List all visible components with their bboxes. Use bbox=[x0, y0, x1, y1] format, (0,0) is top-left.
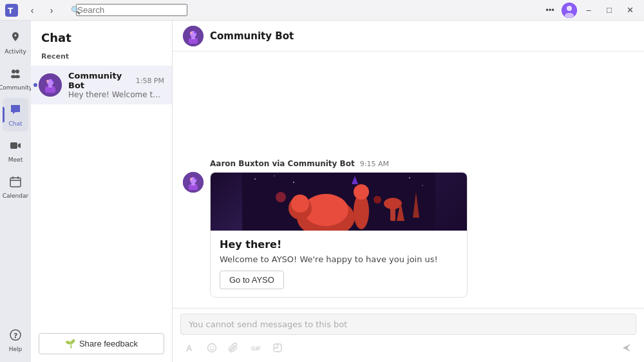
svg-point-38 bbox=[409, 177, 410, 178]
chat-item-preview: Hey there! Welcome to AYSO... bbox=[68, 90, 164, 99]
app-body: Activity Community Chat bbox=[0, 21, 644, 362]
svg-point-18 bbox=[46, 80, 49, 82]
svg-point-5 bbox=[12, 70, 15, 73]
svg-point-6 bbox=[15, 70, 19, 73]
titlebar-nav: ‹ › bbox=[23, 3, 61, 18]
svg-point-37 bbox=[293, 182, 294, 183]
svg-point-3 bbox=[567, 6, 572, 11]
card-image bbox=[211, 173, 467, 231]
main-chat-title: Community Bot bbox=[210, 30, 294, 42]
nav-back-button[interactable]: ‹ bbox=[23, 3, 41, 18]
svg-point-54 bbox=[208, 344, 216, 352]
card-heading: Hey there! bbox=[220, 238, 458, 251]
search-input[interactable] bbox=[76, 4, 187, 16]
community-icon bbox=[9, 67, 22, 82]
meet-icon bbox=[9, 139, 22, 155]
attach-icon bbox=[229, 343, 239, 353]
nav-forward-button[interactable]: › bbox=[43, 3, 61, 18]
more-options-button[interactable]: ••• bbox=[541, 3, 559, 18]
svg-text:A: A bbox=[186, 343, 193, 353]
share-feedback-button[interactable]: 🌱 Share feedback bbox=[39, 333, 164, 354]
svg-rect-33 bbox=[191, 183, 195, 186]
close-button[interactable]: ✕ bbox=[621, 3, 639, 18]
messages-area: Aaron Buxton via Community Bot 9:15 AM bbox=[173, 52, 644, 308]
svg-point-45 bbox=[291, 195, 309, 213]
go-to-ayso-button[interactable]: Go to AYSO bbox=[220, 271, 284, 289]
feedback-icon: 🌱 bbox=[65, 339, 75, 348]
gif-icon: GIF bbox=[251, 343, 261, 353]
sidebar-item-help-label: Help bbox=[9, 346, 23, 352]
sidebar-item-meet-label: Meet bbox=[8, 157, 23, 163]
svg-text:GIF: GIF bbox=[251, 345, 261, 352]
message-group: Aaron Buxton via Community Bot 9:15 AM bbox=[183, 159, 634, 298]
active-indicator bbox=[3, 107, 5, 122]
svg-point-39 bbox=[422, 185, 423, 186]
svg-rect-27 bbox=[191, 37, 195, 39]
gif-button[interactable]: GIF bbox=[246, 339, 265, 357]
svg-point-19 bbox=[52, 80, 54, 82]
svg-text:?: ? bbox=[14, 332, 17, 340]
message-card: Hey there! Welcome to AYSO! We're happy … bbox=[210, 172, 468, 298]
titlebar: T ‹ › 🔍 ••• – □ ✕ bbox=[0, 0, 644, 21]
emoji-icon bbox=[207, 343, 217, 353]
help-icon: ? bbox=[9, 329, 22, 344]
chat-item-name: Community Bot bbox=[68, 71, 136, 90]
message-content: Aaron Buxton via Community Bot 9:15 AM bbox=[210, 159, 468, 298]
activity-icon bbox=[9, 31, 22, 46]
svg-point-55 bbox=[210, 347, 211, 348]
sticker-button[interactable] bbox=[268, 339, 287, 357]
sidebar-item-chat[interactable]: Chat bbox=[3, 98, 28, 131]
send-button[interactable] bbox=[617, 339, 636, 357]
svg-point-36 bbox=[274, 175, 275, 176]
svg-point-56 bbox=[213, 347, 214, 348]
sidebar-item-activity[interactable]: Activity bbox=[3, 26, 28, 59]
search-wrapper: 🔍 bbox=[66, 4, 198, 16]
chat-item-info: Community Bot 1:58 PM Hey there! Welcome… bbox=[68, 71, 164, 99]
main-chat-header: Community Bot bbox=[173, 21, 644, 52]
svg-point-51 bbox=[374, 196, 381, 204]
svg-rect-9 bbox=[10, 142, 17, 149]
chat-list: Community Bot 1:58 PM Hey there! Welcome… bbox=[31, 66, 172, 328]
sidebar-item-calendar[interactable]: Calendar bbox=[3, 170, 28, 204]
format-text-button[interactable]: A bbox=[180, 339, 200, 357]
main-chat: Community Bot Aaron Buxton via C bbox=[173, 21, 644, 362]
send-icon bbox=[621, 343, 632, 353]
sidebar-item-activity-label: Activity bbox=[5, 48, 26, 55]
teams-logo-icon: T bbox=[5, 4, 18, 17]
message-avatar bbox=[183, 172, 204, 193]
minimize-button[interactable]: – bbox=[580, 3, 598, 18]
maximize-button[interactable]: □ bbox=[600, 3, 618, 18]
svg-point-4 bbox=[565, 13, 574, 18]
sidebar: Activity Community Chat bbox=[0, 21, 31, 362]
unread-dot bbox=[33, 83, 37, 87]
emoji-button[interactable] bbox=[202, 339, 222, 357]
chat-item-name-row: Community Bot 1:58 PM bbox=[68, 71, 164, 90]
card-text: Welcome to AYSO! We're happy to have you… bbox=[220, 254, 458, 264]
chat-list-item[interactable]: Community Bot 1:58 PM Hey there! Welcome… bbox=[31, 66, 172, 104]
sidebar-item-community-label: Community bbox=[0, 84, 32, 91]
input-toolbar: A G bbox=[180, 339, 636, 357]
svg-point-30 bbox=[190, 178, 193, 180]
svg-point-43 bbox=[354, 184, 369, 200]
main-chat-bot-avatar bbox=[183, 26, 204, 46]
svg-text:T: T bbox=[8, 6, 14, 15]
sidebar-item-meet[interactable]: Meet bbox=[3, 134, 28, 167]
message-meta: Aaron Buxton via Community Bot 9:15 AM bbox=[210, 159, 468, 168]
chat-item-avatar bbox=[39, 73, 62, 97]
sidebar-item-help[interactable]: ? Help bbox=[3, 323, 28, 357]
message-sender: Aaron Buxton via Community Bot bbox=[210, 159, 355, 168]
search-icon: 🔍 bbox=[71, 6, 80, 15]
svg-point-47 bbox=[384, 198, 402, 209]
chat-panel-title: Chat bbox=[31, 21, 172, 50]
svg-rect-10 bbox=[10, 178, 21, 187]
svg-point-50 bbox=[276, 192, 286, 202]
avatar[interactable] bbox=[562, 3, 577, 18]
input-area: You cannot send messages to this bot A bbox=[173, 308, 644, 362]
chat-icon bbox=[9, 103, 22, 119]
svg-point-25 bbox=[194, 31, 196, 33]
attach-button[interactable] bbox=[224, 339, 243, 357]
feedback-label: Share feedback bbox=[79, 339, 138, 348]
sidebar-item-chat-label: Chat bbox=[8, 120, 22, 127]
message-time: 9:15 AM bbox=[360, 160, 389, 168]
sidebar-item-community[interactable]: Community bbox=[3, 62, 28, 95]
